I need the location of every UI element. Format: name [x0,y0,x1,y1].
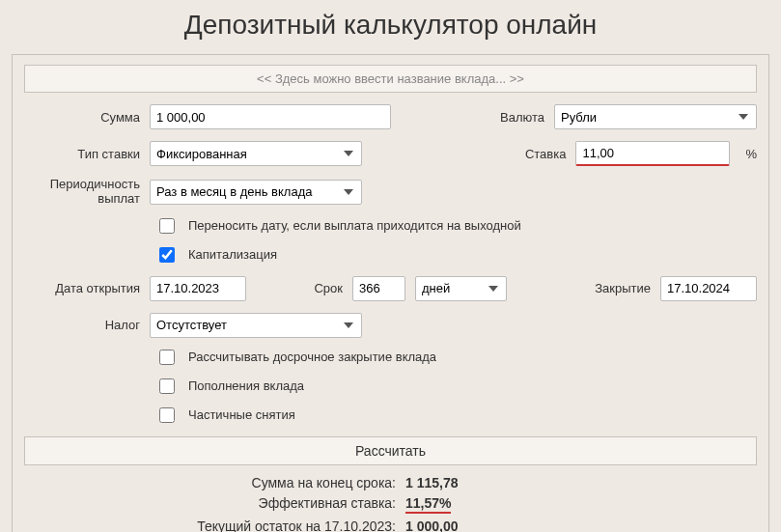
weekend-shift-label: Переносить дату, если выплата приходится… [188,218,521,233]
page-title: Депозитный калькулятор онлайн [0,0,781,54]
currency-select[interactable]: Рубли [554,104,757,129]
row-dates: Дата открытия Срок дней Закрытие [24,276,757,301]
capitalization-checkbox[interactable] [159,247,175,263]
term-input[interactable] [352,276,405,301]
close-date-input[interactable] [660,276,757,301]
weekend-shift-checkbox[interactable] [159,218,175,234]
results-block: Сумма на конец срока: 1 115,78 Эффективн… [24,471,757,532]
withdrawals-checkbox[interactable] [159,407,175,423]
label-term: Срок [304,281,343,295]
checkbox-row-capitalization: Капитализация [159,247,757,263]
early-close-label: Рассчитывать досрочное закрытие вклада [188,350,436,364]
amount-input[interactable] [150,104,391,129]
withdrawals-label: Частичные снятия [188,407,295,422]
ratetype-select[interactable]: Фиксированная [150,141,362,166]
label-close-date: Закрытие [583,281,651,295]
label-amount: Сумма [24,110,140,125]
result-eff-rate-value: 11,57% [405,495,451,514]
label-currency: Валюта [487,110,544,125]
checkbox-row-topups: Пополнения вклада [159,378,757,394]
result-eff-rate: Эффективная ставка: 11,57% [24,495,757,514]
checkbox-row-weekend: Переносить дату, если выплата приходится… [159,218,757,234]
result-end-sum-label: Сумма на конец срока: [24,475,405,490]
early-close-checkbox[interactable] [159,350,175,365]
open-date-input[interactable] [150,276,246,301]
result-balance-label: Текущий остаток на 17.10.2023: [24,518,405,532]
checkbox-row-withdrawals: Частичные снятия [159,407,757,423]
deposit-name-input[interactable]: << Здесь можно ввести название вклада...… [24,65,757,93]
result-eff-rate-label: Эффективная ставка: [24,495,405,511]
calculate-button[interactable]: Рассчитать [24,436,757,465]
label-payout-period: Периодичность выплат [24,178,140,207]
result-end-sum: Сумма на конец срока: 1 115,78 [24,475,757,490]
row-payout-period: Периодичность выплат Раз в месяц в день … [24,178,757,207]
percent-sign: % [745,147,757,161]
payout-period-select[interactable]: Раз в месяц в день вклада [150,180,362,205]
label-rate: Ставка [508,147,566,161]
topups-checkbox[interactable] [159,378,175,394]
row-amount-currency: Сумма Валюта Рубли [24,104,757,129]
row-ratetype-rate: Тип ставки Фиксированная Ставка % [24,141,757,166]
rate-input[interactable] [575,141,730,166]
row-tax: Налог Отсутствует [24,313,757,338]
result-balance-value: 1 000,00 [405,518,459,532]
label-open-date: Дата открытия [24,281,140,295]
term-unit-select[interactable]: дней [415,276,507,301]
capitalization-label: Капитализация [188,247,277,262]
checkbox-row-early-close: Рассчитывать досрочное закрытие вклада [159,350,757,365]
result-balance: Текущий остаток на 17.10.2023: 1 000,00 [24,518,757,532]
calculator-panel: << Здесь можно ввести название вклада...… [12,54,769,532]
label-tax: Налог [24,318,140,332]
label-ratetype: Тип ставки [24,147,140,161]
topups-label: Пополнения вклада [188,378,304,393]
result-end-sum-value: 1 115,78 [405,475,459,490]
tax-select[interactable]: Отсутствует [150,313,362,338]
